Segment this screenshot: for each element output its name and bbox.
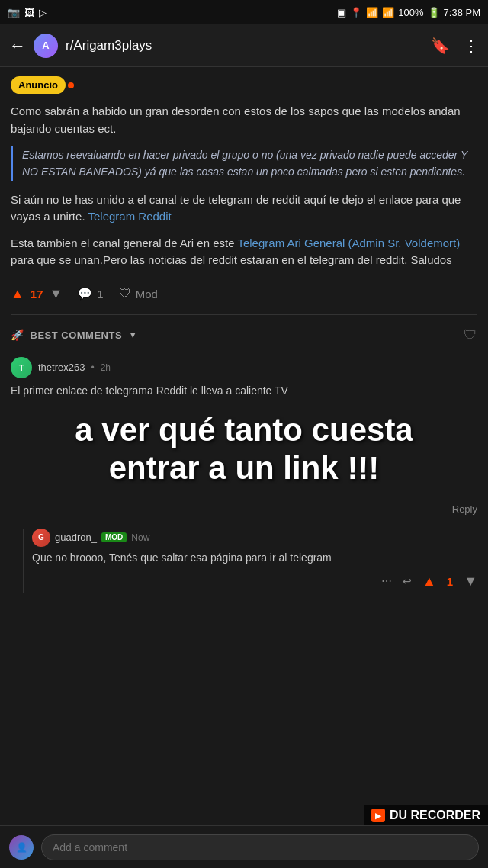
post-body-text1: Como sabrán a habido un gran desorden co…: [11, 103, 477, 137]
comment-bubble-icon: 💬: [78, 287, 92, 301]
reply-arrow-icon[interactable]: ↩: [403, 575, 412, 587]
telegram-reddit-link[interactable]: Telegram Reddit: [88, 210, 171, 223]
photo-icon: 🖼: [24, 7, 34, 18]
nav-icons: 🔖 ⋮: [431, 37, 479, 55]
shield-right-icon: 🛡: [464, 327, 477, 343]
more-options-icon[interactable]: ⋮: [464, 37, 479, 55]
comment-actions-1: Reply: [11, 500, 477, 518]
comment-avatar-1: T: [11, 357, 32, 378]
reply-text-1: Que no broooo, Tenés que saltar esa pági…: [32, 550, 477, 566]
bookmark-icon[interactable]: 🔖: [431, 37, 450, 55]
best-comments-label: BEST COMMENTS: [30, 330, 123, 341]
best-comments-bar: 🚀 BEST COMMENTS ▼ 🛡: [11, 320, 477, 349]
rec-icon: ▶: [371, 809, 385, 822]
battery-icon: 🔋: [428, 7, 440, 18]
status-left: 📷 🖼 ▷: [8, 7, 47, 18]
reply-avatar-1: G: [32, 529, 50, 547]
comment-count: 1: [97, 288, 103, 301]
comment-block-1: T thetrex263 • 2h El primer enlace de te…: [11, 349, 477, 522]
comment-time-1: •: [91, 362, 94, 373]
reply-username-1[interactable]: guadron_: [55, 532, 97, 543]
mod-badge: 🛡 Mod: [119, 287, 158, 301]
badge-dot: [68, 82, 74, 88]
comment-header-1: T thetrex263 • 2h: [11, 357, 477, 378]
bottom-comment-bar: 👤: [0, 825, 488, 868]
post-actions: ▲ 17 ▼ 💬 1 🛡 Mod: [11, 278, 477, 310]
blockquote-section: Estamos reevaluando en hacer privado el …: [11, 146, 477, 181]
comment-input-field[interactable]: [41, 834, 479, 860]
reply-time-1: Now: [131, 532, 149, 543]
subreddit-name: r/Arigam3plays: [66, 38, 423, 53]
comment-count-section: 💬 1: [78, 287, 103, 301]
vote-count: 17: [30, 288, 43, 301]
status-right: ▣ 📍 📶 📶 100% 🔋 7:38 PM: [337, 7, 480, 18]
overlay-line2: entrar a un link !!!: [11, 449, 477, 487]
main-content: Anuncio Como sabrán a habido un gran des…: [0, 67, 488, 602]
overlay-line1: a ver qué tanto cuesta: [11, 411, 477, 449]
du-recorder-label: DU RECORDER: [390, 809, 480, 822]
reply-header-1: G guadron_ MOD Now: [32, 529, 477, 547]
divider: [11, 314, 477, 315]
subreddit-avatar: A: [34, 34, 58, 58]
time-display: 7:38 PM: [444, 7, 480, 18]
comment-text-1: El primer enlace de telegrama Reddit le …: [11, 383, 477, 399]
reply-downvote-button[interactable]: ▼: [464, 574, 477, 590]
reply-actions-1: ⋯ ↩ ▲ 1 ▼: [32, 571, 477, 593]
reply-vote-count: 1: [447, 575, 453, 588]
comment-age-1: 2h: [101, 362, 111, 373]
shield-icon: 🛡: [119, 287, 131, 301]
upvote-button[interactable]: ▲: [11, 286, 24, 302]
downvote-button[interactable]: ▼: [50, 286, 63, 302]
mod-label: Mod: [136, 288, 158, 301]
anuncio-label: Anuncio: [11, 76, 66, 94]
reply-upvote-button[interactable]: ▲: [422, 574, 436, 590]
mod-tag-1: MOD: [101, 532, 127, 542]
best-comments-left[interactable]: 🚀 BEST COMMENTS ▼: [11, 329, 138, 341]
camera-status-icon: 📷: [8, 7, 20, 18]
comment-username-1[interactable]: thetrex263: [38, 362, 85, 373]
bottom-user-avatar: 👤: [9, 835, 34, 860]
rocket-icon: 🚀: [11, 329, 24, 341]
wifi-icon: 📶: [366, 7, 378, 18]
battery-percent: 100%: [398, 7, 423, 18]
telegram-ari-link[interactable]: Telegram Ari General (Admin Sr. Voldemor…: [237, 236, 460, 249]
post-body-text2: Si aún no te has unido a el canal te de …: [11, 191, 477, 226]
reply-button-1[interactable]: Reply: [452, 503, 477, 515]
top-nav: ← A r/Arigam3plays 🔖 ⋮: [0, 24, 488, 67]
blockquote-text: Estamos reevaluando en hacer privado el …: [22, 146, 477, 181]
chevron-down-icon: ▼: [128, 330, 137, 340]
back-button[interactable]: ←: [9, 36, 26, 56]
vote-section: ▲ 17 ▼: [11, 286, 63, 302]
status-bar: 📷 🖼 ▷ ▣ 📍 📶 📶 100% 🔋 7:38 PM: [0, 0, 488, 24]
announcement-badge: Anuncio: [11, 76, 477, 103]
play-icon: ▷: [39, 7, 47, 18]
nfc-icon: ▣: [337, 7, 346, 18]
post-body-text3: Esta tambien el canal general de Ari en …: [11, 235, 477, 269]
location-icon: 📍: [350, 7, 362, 18]
du-recorder-watermark: ▶ DU RECORDER: [364, 805, 488, 825]
signal-icon: 📶: [382, 7, 394, 18]
overlay-text-block: a ver qué tanto cuesta entrar a un link …: [11, 403, 477, 496]
reply-block-1: G guadron_ MOD Now Que no broooo, Tenés …: [23, 529, 477, 593]
more-options-reply-icon[interactable]: ⋯: [381, 575, 392, 587]
